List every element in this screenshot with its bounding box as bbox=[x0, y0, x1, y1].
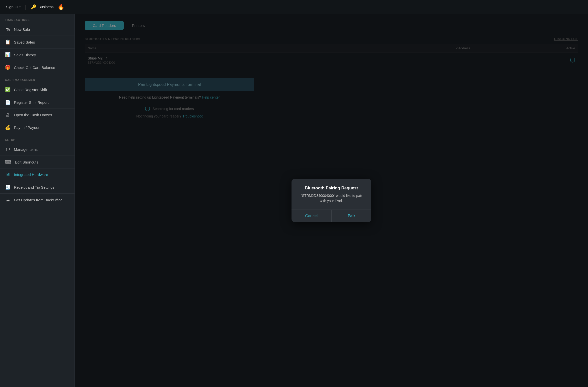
key-icon: 🔑 bbox=[31, 4, 36, 10]
sidebar-section-header: CASH MANAGEMENT bbox=[0, 74, 74, 83]
dialog-pair-button[interactable]: Pair bbox=[332, 210, 371, 222]
sidebar-item-saved-sales[interactable]: 📋Saved Sales bbox=[0, 36, 74, 49]
sidebar-item-check-gift-card[interactable]: 🎁Check Gift Card Balance bbox=[0, 61, 74, 74]
new-sale-icon: 🛍 bbox=[5, 27, 10, 32]
sidebar-item-new-sale[interactable]: 🛍New Sale bbox=[0, 23, 74, 36]
sidebar-item-label-open-cash-drawer: Open the Cash Drawer bbox=[14, 113, 52, 117]
main-content: Card Readers Printers BLUETOOTH & NETWOR… bbox=[75, 14, 588, 387]
close-register-icon: ✅ bbox=[5, 87, 10, 92]
integrated-hardware-icon: 🖥 bbox=[5, 172, 10, 177]
sidebar: TRANSACTIONS🛍New Sale📋Saved Sales📊Sales … bbox=[0, 14, 75, 387]
dialog-actions: Cancel Pair bbox=[292, 210, 371, 222]
sidebar-item-label-edit-shortcuts: Edit Shortcuts bbox=[15, 160, 38, 164]
flame-icon: 🔥 bbox=[58, 4, 64, 10]
sidebar-item-label-pay-in-payout: Pay In / Payout bbox=[14, 125, 39, 130]
dialog-title: Bluetooth Pairing Request bbox=[297, 186, 365, 191]
dialog-message: "STRM2D340004000" would like to pair wit… bbox=[297, 193, 365, 204]
edit-shortcuts-icon: ⌨ bbox=[5, 159, 11, 165]
sidebar-item-label-register-report: Register Shift Report bbox=[14, 100, 49, 105]
sidebar-item-edit-shortcuts[interactable]: ⌨Edit Shortcuts bbox=[0, 156, 74, 168]
sidebar-item-close-register[interactable]: ✅Close Register Shift bbox=[0, 83, 74, 96]
sidebar-item-receipt-tip-settings[interactable]: 🧾Receipt and Tip Settings bbox=[0, 181, 74, 194]
sidebar-item-sales-history[interactable]: 📊Sales History bbox=[0, 49, 74, 61]
app-logo: 🔥 bbox=[58, 4, 64, 10]
sidebar-item-label-sales-history: Sales History bbox=[14, 53, 36, 57]
sidebar-item-label-integrated-hardware: Integrated Hardware bbox=[14, 172, 48, 177]
pay-in-payout-icon: 💰 bbox=[5, 125, 10, 130]
sidebar-item-label-get-updates: Get Updates from BackOffice bbox=[14, 198, 63, 202]
sidebar-item-label-new-sale: New Sale bbox=[14, 27, 30, 32]
dialog-body: Bluetooth Pairing Request "STRM2D3400040… bbox=[292, 179, 371, 210]
topbar: Sign Out | 🔑 Business 🔥 bbox=[0, 0, 588, 14]
sidebar-item-label-manage-items: Manage Items bbox=[14, 147, 38, 152]
sidebar-item-open-cash-drawer[interactable]: 🖨Open the Cash Drawer bbox=[0, 109, 74, 121]
saved-sales-icon: 📋 bbox=[5, 39, 10, 45]
sidebar-item-integrated-hardware[interactable]: 🖥Integrated Hardware bbox=[0, 168, 74, 181]
sidebar-section-header: SETUP bbox=[0, 134, 74, 143]
sidebar-item-pay-in-payout[interactable]: 💰Pay In / Payout bbox=[0, 121, 74, 134]
manage-items-icon: 🏷 bbox=[5, 147, 10, 152]
get-updates-icon: ☁ bbox=[5, 197, 10, 203]
business-button[interactable]: 🔑 Business bbox=[31, 4, 54, 10]
dialog-cancel-button[interactable]: Cancel bbox=[292, 210, 332, 222]
sidebar-item-label-check-gift-card: Check Gift Card Balance bbox=[14, 65, 55, 70]
business-label: Business bbox=[38, 5, 54, 9]
receipt-tip-settings-icon: 🧾 bbox=[5, 184, 10, 190]
signout-button[interactable]: Sign Out bbox=[6, 5, 20, 9]
topbar-divider: | bbox=[25, 4, 26, 10]
bluetooth-pairing-dialog: Bluetooth Pairing Request "STRM2D3400040… bbox=[292, 179, 371, 222]
check-gift-card-icon: 🎁 bbox=[5, 65, 10, 70]
layout: TRANSACTIONS🛍New Sale📋Saved Sales📊Sales … bbox=[0, 14, 588, 387]
sidebar-item-register-report[interactable]: 📄Register Shift Report bbox=[0, 96, 74, 109]
sales-history-icon: 📊 bbox=[5, 52, 10, 57]
dialog-overlay: Bluetooth Pairing Request "STRM2D3400040… bbox=[75, 14, 588, 387]
sidebar-item-manage-items[interactable]: 🏷Manage Items bbox=[0, 143, 74, 156]
open-cash-drawer-icon: 🖨 bbox=[5, 112, 10, 117]
sidebar-section-header: TRANSACTIONS bbox=[0, 14, 74, 23]
sidebar-item-get-updates[interactable]: ☁Get Updates from BackOffice bbox=[0, 194, 74, 206]
sidebar-item-label-receipt-tip-settings: Receipt and Tip Settings bbox=[14, 185, 55, 189]
sidebar-item-label-saved-sales: Saved Sales bbox=[14, 40, 35, 44]
sidebar-item-label-close-register: Close Register Shift bbox=[14, 88, 47, 92]
register-report-icon: 📄 bbox=[5, 100, 10, 105]
